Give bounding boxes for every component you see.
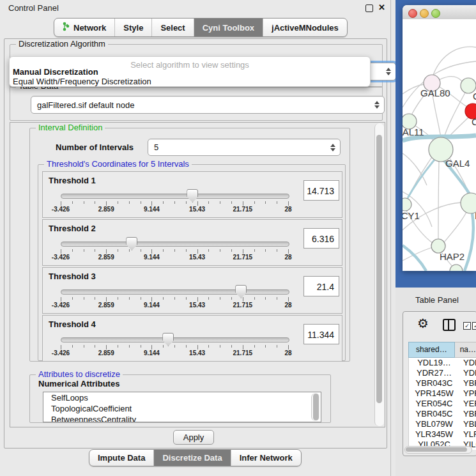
- major-tick: [197, 345, 198, 349]
- threshold-slider-thumb[interactable]: [187, 189, 198, 203]
- major-tick: [243, 201, 243, 206]
- bottom-tabbar: Impute DataDiscretize DataInfer Network: [89, 449, 302, 466]
- minor-tick: [231, 201, 232, 204]
- minor-tick: [129, 249, 130, 252]
- tab-jactivemnodules[interactable]: jActiveMNodules: [263, 19, 347, 36]
- network-edge[interactable]: [445, 212, 466, 242]
- threshold-value-field[interactable]: 21.4: [303, 276, 339, 296]
- minor-tick: [220, 297, 220, 300]
- threshold-slider-thumb[interactable]: [126, 237, 137, 250]
- table-row[interactable]: YLR345WYLR3: [409, 429, 476, 440]
- cell-shared-name: YDL19…: [409, 358, 459, 368]
- network-node-label: GAL80: [420, 88, 450, 98]
- network-edge[interactable]: [439, 77, 462, 81]
- tab-infer-network[interactable]: Infer Network: [231, 450, 301, 466]
- settings-vertical-scrollbar[interactable]: [374, 123, 384, 426]
- table-row[interactable]: YBR043CYBR0: [409, 378, 476, 388]
- apply-button[interactable]: Apply: [173, 430, 214, 445]
- zoom-window-icon[interactable]: [431, 9, 440, 18]
- network-edge-highlighted[interactable]: [464, 213, 473, 271]
- network-node-label: GCY1: [403, 210, 420, 221]
- minor-tick: [186, 201, 187, 204]
- table-row[interactable]: YBR045CYBR0: [409, 409, 476, 419]
- numerical-attributes-list[interactable]: SelfLoopsTopologicalCoefficientBetweenne…: [43, 392, 321, 422]
- network-edge[interactable]: [403, 153, 427, 185]
- tab-impute-data[interactable]: Impute Data: [89, 450, 153, 466]
- column-header-name[interactable]: na…: [455, 342, 476, 358]
- attributes-scrollbar-thumb[interactable]: [313, 394, 319, 420]
- tab-select[interactable]: Select: [151, 19, 193, 36]
- network-node-label: G: [473, 91, 476, 102]
- threshold-slider-thumb[interactable]: [235, 285, 247, 298]
- list-item[interactable]: TopologicalCoefficient: [43, 403, 321, 414]
- tab-label: Select: [160, 23, 185, 33]
- threshold-value-field[interactable]: 14.713: [303, 180, 339, 201]
- attributes-list-scrollbar[interactable]: [311, 393, 320, 421]
- network-node[interactable]: [461, 193, 476, 213]
- network-window-titlebar: [403, 5, 476, 20]
- minor-tick: [141, 345, 141, 348]
- network-icon: [63, 22, 70, 33]
- table-row[interactable]: YDL19…YDL1: [409, 358, 476, 368]
- tab-network[interactable]: Network: [54, 19, 114, 36]
- popup-item-manual-discretization[interactable]: Manual Discretization: [13, 67, 98, 77]
- network-edge[interactable]: [433, 47, 476, 75]
- tick-label: 2.859: [91, 254, 121, 261]
- settings-scrollpane: Interval Definition Number of Intervals …: [10, 122, 385, 427]
- threshold-slider-track[interactable]: [61, 337, 289, 342]
- tick-label: 21.715: [227, 254, 258, 261]
- threshold-slider-thumb[interactable]: [162, 333, 174, 346]
- network-edge-highlighted[interactable]: [403, 245, 426, 271]
- minor-tick: [254, 297, 255, 300]
- network-canvas[interactable]: GAL80GCGAL11GAL4GCY1HHAP2: [403, 19, 476, 271]
- table-scrollbar-thumb[interactable]: [406, 447, 467, 452]
- close-panel-icon[interactable]: ✕: [378, 3, 385, 12]
- list-item[interactable]: SelfLoops: [43, 392, 321, 403]
- checkbox-icon[interactable]: ✓: [472, 322, 476, 330]
- major-tick: [197, 249, 198, 254]
- table-row[interactable]: YER054CYER0: [409, 399, 476, 409]
- column-layout-icon[interactable]: [443, 319, 456, 331]
- minor-tick: [254, 201, 255, 204]
- column-header-shared-name[interactable]: shared…: [408, 342, 455, 358]
- minor-tick: [95, 201, 95, 204]
- threshold-value-field[interactable]: 11.344: [303, 324, 339, 344]
- threshold-slider-track[interactable]: [61, 242, 289, 247]
- tab-discretize-data[interactable]: Discretize Data: [153, 450, 230, 466]
- popup-item-equal-width-frequency[interactable]: Equal Width/Frequency Discretization: [13, 77, 151, 86]
- network-edge-highlighted[interactable]: [408, 160, 434, 198]
- table-data-combobox[interactable]: galFiltered.sif default node: [31, 96, 385, 114]
- close-window-icon[interactable]: [408, 9, 417, 18]
- table-row[interactable]: YPR145WYPR1: [409, 388, 476, 399]
- threshold-value-field[interactable]: 6.316: [303, 228, 339, 249]
- threshold-slider-track[interactable]: [61, 289, 289, 295]
- minor-tick: [208, 249, 209, 252]
- threshold-slider-track[interactable]: [61, 194, 289, 199]
- minor-tick: [141, 201, 141, 204]
- algorithm-dropdown-popup: Select algorithm to view settings Manual…: [9, 56, 371, 87]
- table-horizontal-scrollbar[interactable]: [404, 446, 472, 454]
- network-edge[interactable]: [438, 162, 439, 239]
- list-item[interactable]: BetweennessCentrality: [43, 414, 321, 422]
- table-row[interactable]: YBL079WYBL0: [409, 419, 476, 429]
- cell-shared-name: YBR045C: [409, 409, 459, 419]
- float-panel-icon[interactable]: [365, 4, 373, 12]
- minor-tick: [174, 201, 175, 204]
- tab-style[interactable]: Style: [114, 19, 151, 36]
- tab-cyni-toolbox[interactable]: Cyni Toolbox: [194, 19, 263, 36]
- network-node-label: GAL4: [445, 158, 470, 169]
- settings-scrollbar-thumb[interactable]: [376, 135, 382, 403]
- gear-icon[interactable]: ⚙: [417, 316, 429, 331]
- table-row[interactable]: YDR27…YDR2: [409, 368, 476, 378]
- threshold-panel-2: Threshold 2-3.4262.8599.14415.4321.71528…: [42, 219, 342, 266]
- minor-tick: [163, 249, 164, 252]
- tick-label: 21.715: [227, 206, 258, 213]
- minimize-window-icon[interactable]: [420, 9, 429, 18]
- major-tick: [288, 249, 289, 254]
- cell-shared-name: YBR043C: [409, 378, 459, 388]
- network-node[interactable]: [403, 198, 411, 211]
- checkbox-icon[interactable]: ✓: [463, 322, 471, 330]
- table-panel: Table Panel ⚙ ✓ ✓ shared… na… YDL19…YDL1…: [395, 288, 476, 476]
- minor-tick: [72, 297, 73, 300]
- number-of-intervals-combobox[interactable]: 5: [148, 139, 341, 156]
